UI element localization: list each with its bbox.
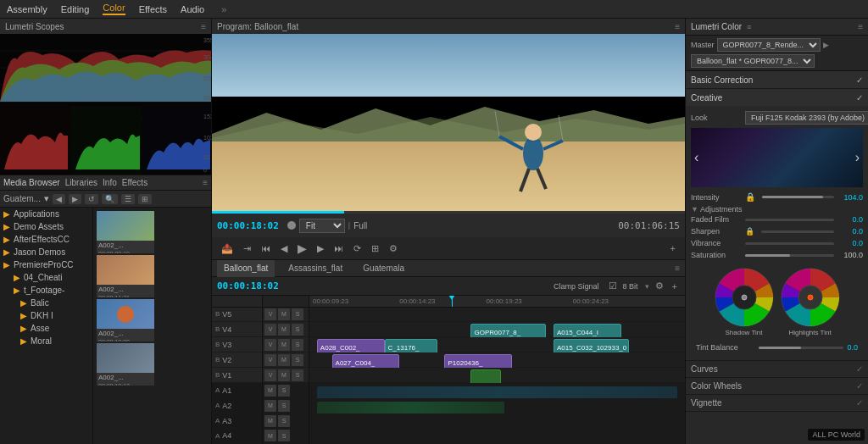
folder-item-aftereffects[interactable]: ▶ AfterEffectsCC	[0, 233, 92, 246]
timeline-tab-assassins[interactable]: Assassins_flat	[281, 260, 349, 277]
sharpen-slider[interactable]	[761, 230, 834, 233]
v5-lock-btn[interactable]: M	[278, 308, 290, 320]
track-row-v2[interactable]: A027_C004_ P1020436_	[309, 352, 685, 368]
timeline-tab-guatemala[interactable]: Guatemala	[356, 260, 411, 277]
play-btn[interactable]: ▶	[295, 241, 309, 256]
clamp-signal-toggle[interactable]: ☑	[606, 280, 620, 292]
color-wheels-link[interactable]: Color Wheels ✓	[686, 378, 868, 395]
track-row-a2[interactable]	[309, 398, 685, 413]
trim-in-btn[interactable]: ⇥	[241, 242, 253, 255]
v4-lock-btn[interactable]: M	[278, 324, 290, 336]
v3-eye-btn[interactable]: V	[264, 339, 276, 351]
basic-correction-header[interactable]: Basic Correction ✓	[686, 71, 868, 88]
v4-eye-btn[interactable]: V	[264, 324, 276, 336]
vignette-link[interactable]: Vignette ✓	[686, 395, 868, 412]
intensity-slider[interactable]	[762, 196, 834, 198]
v1-eye-btn[interactable]: V	[264, 369, 276, 381]
v4-s-btn[interactable]: S	[292, 324, 303, 336]
media-menu-icon[interactable]: ≡	[203, 178, 208, 187]
folder-item-premiere[interactable]: ▶ PremiereProCC	[0, 258, 92, 271]
folder-item-jason-demos[interactable]: ▶ Jason Demos	[0, 246, 92, 258]
media-back-btn[interactable]: ◀	[53, 194, 65, 204]
look-next-btn[interactable]: ›	[855, 150, 860, 165]
step-forward-btn[interactable]: ⏭	[331, 242, 346, 254]
a3-s-btn[interactable]: S	[278, 415, 290, 427]
media-grid-view-btn[interactable]: ⊞	[138, 194, 152, 204]
v3-lock-btn[interactable]: M	[278, 339, 290, 351]
timeline-tab-balloon[interactable]: Balloon_flat	[217, 260, 275, 277]
info-tab[interactable]: Info	[103, 178, 117, 187]
track-row-v5[interactable]	[309, 308, 685, 323]
clip-dropdown[interactable]: Balloon_flat * GOPR0077_8...	[691, 54, 815, 68]
monitor-options-icon[interactable]: ≡	[675, 22, 680, 31]
a1-s-btn[interactable]: S	[278, 385, 290, 397]
folder-item-footage[interactable]: ▶ t_Footage-	[0, 284, 92, 297]
loop-btn[interactable]: ⟳	[351, 242, 364, 255]
adjustments-header[interactable]: ▼ Adjustments	[691, 205, 863, 214]
v5-eye-btn[interactable]: V	[264, 308, 276, 320]
menu-item-editing[interactable]: Editing	[61, 4, 90, 14]
tint-balance-slider[interactable]	[759, 347, 843, 349]
folder-item-asse[interactable]: ▶ Asse	[0, 322, 92, 335]
safe-margins-btn[interactable]: ⊞	[369, 242, 381, 255]
a4-s-btn[interactable]: S	[278, 430, 290, 441]
add-marker-btn[interactable]: +	[668, 242, 678, 254]
folder-item-moral[interactable]: ▶ Moral	[0, 335, 92, 347]
track-row-a3[interactable]	[309, 413, 685, 429]
folder-item-dkh[interactable]: ▶ DKH I	[0, 309, 92, 322]
saturation-slider[interactable]	[745, 254, 834, 257]
master-dropdown[interactable]: GOPR0077_8_Rende...	[717, 38, 821, 52]
media-thumb-1[interactable]: A002_... 00:00:09:10	[97, 211, 154, 253]
sharpen-lock-icon[interactable]: 🔒	[745, 227, 754, 236]
v1-lock-btn[interactable]: M	[278, 369, 290, 381]
folder-item-demo-assets[interactable]: ▶ Demo Assets	[0, 220, 92, 233]
libraries-tab[interactable]: Libraries	[65, 178, 97, 187]
folder-item-applications[interactable]: ▶ Applications	[0, 208, 92, 220]
v2-eye-btn[interactable]: V	[264, 354, 276, 366]
output-settings-btn[interactable]: ⚙	[387, 242, 400, 255]
location-dropdown-icon[interactable]: ▾	[44, 193, 49, 204]
media-browser-tab[interactable]: Media Browser	[3, 178, 60, 187]
track-row-v1[interactable]	[309, 368, 685, 383]
v3-s-btn[interactable]: S	[292, 339, 303, 351]
a2-m-btn[interactable]: M	[264, 400, 276, 412]
menu-item-audio[interactable]: Audio	[181, 4, 204, 14]
menu-item-effects[interactable]: Effects	[139, 4, 167, 14]
playhead[interactable]	[452, 296, 453, 307]
media-thumb-2[interactable]: A002_... 00:00:11:21	[97, 255, 154, 297]
effects-tab[interactable]: Effects	[122, 178, 147, 187]
shadow-tint-wheel-svg[interactable]	[715, 268, 774, 327]
look-prev-btn[interactable]: ‹	[694, 150, 698, 165]
media-list-view-btn[interactable]: ☰	[121, 194, 135, 204]
scopes-menu-icon[interactable]: ≡	[201, 22, 206, 31]
look-dropdown[interactable]: Fuji F125 Kodak 2393 (by Adobe)	[745, 111, 868, 125]
a1-m-btn[interactable]: M	[264, 385, 276, 397]
media-refresh-btn[interactable]: ↺	[85, 194, 98, 204]
v1-s-btn[interactable]: S	[292, 369, 303, 381]
fit-dropdown[interactable]: Fit 25% 50% 75% 100%	[299, 219, 345, 233]
a4-m-btn[interactable]: M	[264, 430, 276, 441]
folder-item-04-cheat[interactable]: ▶ 04_Cheati	[0, 271, 92, 284]
media-thumb-3[interactable]: A002_... 00:00:10:00	[97, 299, 154, 341]
lumetri-color-menu-icon[interactable]: ≡	[858, 22, 863, 31]
bit-depth-options-icon[interactable]: ▾	[645, 282, 649, 291]
creative-header[interactable]: Creative ✓	[686, 89, 868, 106]
play-in-to-out-btn[interactable]: ◀	[278, 242, 290, 255]
timeline-add-btn[interactable]: +	[670, 280, 680, 292]
menu-item-color[interactable]: Color	[103, 3, 125, 15]
intensity-lock-icon[interactable]: 🔒	[745, 192, 755, 202]
export-frame-btn[interactable]: 📤	[219, 242, 236, 255]
progress-bar-track[interactable]	[212, 211, 685, 214]
media-forward-btn[interactable]: ▶	[69, 194, 81, 204]
timeline-settings-btn[interactable]: ⚙	[653, 280, 666, 292]
faded-film-slider[interactable]	[745, 219, 834, 221]
step-back-btn[interactable]: ⏮	[259, 242, 273, 254]
folder-item-balic[interactable]: ▶ Balic	[0, 297, 92, 309]
v2-s-btn[interactable]: S	[292, 354, 303, 366]
track-row-a1[interactable]	[309, 383, 685, 398]
media-search-btn[interactable]: 🔍	[102, 194, 118, 204]
menu-item-assembly[interactable]: Assembly	[7, 4, 47, 14]
play-to-out-btn[interactable]: ▶	[314, 242, 326, 255]
curves-link[interactable]: Curves ✓	[686, 361, 868, 378]
track-row-v4[interactable]: GOPR0077_8_ A015_C044_I	[309, 322, 685, 337]
